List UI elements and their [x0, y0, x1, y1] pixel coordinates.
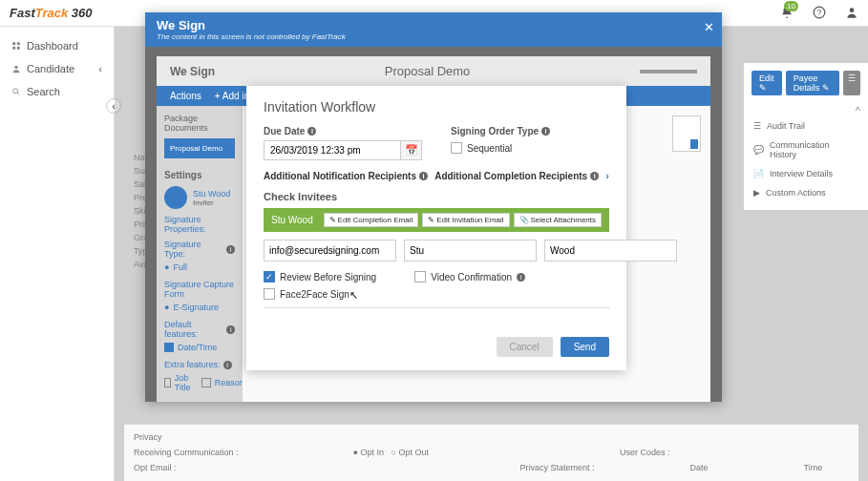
info-icon[interactable]: i: [419, 172, 428, 180]
invitee-name: Stu Wood: [271, 215, 313, 225]
svg-point-7: [14, 66, 17, 69]
review-before-signing-checkbox[interactable]: ✓: [264, 271, 275, 282]
menu-item-custom-actions[interactable]: ▶ Custom Actions: [752, 183, 860, 202]
edit-invitation-email-button[interactable]: ✎ Edit Invitation Email: [422, 213, 509, 227]
video-confirmation-checkbox[interactable]: [414, 271, 426, 282]
invitee-firstname-input[interactable]: [404, 240, 537, 261]
list-icon: ☰: [753, 121, 761, 131]
invitation-workflow-modal: Invitation Workflow Due Date i 📅 Signing…: [246, 86, 626, 370]
close-icon[interactable]: ✕: [704, 20, 714, 34]
wesign-doc-title: Proposal Demo: [385, 64, 471, 78]
menu-item-audit-trail[interactable]: ☰ Audit Trail: [752, 116, 860, 136]
privacy-section: Privacy Receiving Communication : ● Opt …: [124, 424, 858, 481]
svg-rect-3: [12, 42, 15, 45]
due-date-label: Due Date i: [264, 126, 422, 136]
help-icon[interactable]: ?: [813, 6, 826, 21]
package-item[interactable]: Proposal Demo: [164, 138, 235, 158]
send-button[interactable]: Send: [561, 337, 609, 357]
completion-recipients-label: Additional Completion Recipients i: [434, 170, 599, 181]
notification-recipients-label: Additional Notification Recipients i: [264, 170, 428, 181]
sidebar-item-search[interactable]: Search: [0, 80, 114, 103]
calendar-icon[interactable]: 📅: [400, 141, 421, 159]
info-icon[interactable]: i: [590, 172, 599, 180]
edit-button[interactable]: Edit ✎: [752, 71, 782, 95]
info-icon[interactable]: i: [307, 127, 316, 136]
avatar: [164, 186, 187, 209]
right-panel: Edit ✎ Payee Details ✎ ☰ ^ ☰ Audit Trail…: [744, 63, 868, 210]
modal-header: We Sign The content in this screen is no…: [145, 12, 722, 47]
modal-title: We Sign: [157, 18, 710, 32]
play-icon: ▶: [753, 188, 760, 198]
sidebar-item-dashboard[interactable]: Dashboard: [0, 34, 114, 57]
logo: FastTrack 360: [10, 6, 93, 20]
invitee-lastname-input[interactable]: [544, 240, 677, 261]
cancel-button[interactable]: Cancel: [497, 337, 553, 357]
chevron-left-icon: ‹: [98, 63, 102, 74]
svg-rect-4: [17, 42, 20, 45]
wesign-title: We Sign: [170, 65, 215, 78]
edit-completion-email-button[interactable]: ✎ Edit Completion Email: [324, 213, 419, 227]
svg-point-2: [850, 8, 855, 12]
svg-text:?: ?: [817, 8, 822, 16]
modal-subtext: The content in this screen is not contro…: [157, 32, 710, 41]
sidebar: Dashboard Candidate ‹ Search ‹: [0, 27, 115, 481]
menu-item-comm-history[interactable]: 💬 Communication History: [752, 136, 860, 164]
svg-rect-6: [17, 47, 20, 50]
due-date-input[interactable]: [265, 141, 400, 159]
info-icon[interactable]: i: [541, 127, 550, 136]
notifications-badge: 10: [784, 1, 798, 11]
wesign-left-panel: Package Documents Proposal Demo Settings…: [157, 106, 243, 402]
document-icon: 📄: [753, 169, 764, 178]
notifications-icon[interactable]: 10: [780, 6, 794, 21]
info-icon[interactable]: i: [517, 273, 525, 282]
check-invitees-header: Check Invitees: [264, 191, 609, 202]
sidebar-item-candidate[interactable]: Candidate ‹: [0, 57, 114, 80]
invitee-bar: Stu Wood ✎ Edit Completion Email ✎ Edit …: [264, 208, 609, 232]
select-attachments-button[interactable]: 📎 Select Attachments: [514, 213, 602, 227]
chevron-right-icon[interactable]: ›: [605, 170, 609, 181]
invitee-email-input[interactable]: [264, 240, 396, 261]
payee-details-button[interactable]: Payee Details ✎: [786, 71, 839, 95]
invitation-title: Invitation Workflow: [264, 99, 609, 115]
svg-line-9: [17, 93, 19, 94]
actions-menu[interactable]: Actions: [170, 91, 201, 101]
zoom-slider[interactable]: [640, 70, 697, 73]
accordion-toggle[interactable]: ^: [752, 105, 860, 116]
menu-button[interactable]: ☰: [843, 71, 860, 95]
page-thumbnail[interactable]: [672, 115, 701, 152]
sequential-checkbox[interactable]: [451, 142, 462, 154]
svg-rect-5: [12, 47, 15, 50]
face2face-checkbox[interactable]: [264, 288, 275, 300]
user-icon[interactable]: [845, 6, 858, 21]
sidebar-item-label: Search: [27, 86, 60, 97]
svg-point-8: [13, 89, 18, 94]
sidebar-item-label: Candidate: [27, 63, 74, 74]
menu-item-interview-details[interactable]: 📄 Interview Details: [752, 164, 860, 183]
sidebar-item-label: Dashboard: [27, 40, 78, 52]
signing-order-label: Signing Order Type i: [451, 126, 609, 136]
comment-icon: 💬: [753, 145, 764, 155]
